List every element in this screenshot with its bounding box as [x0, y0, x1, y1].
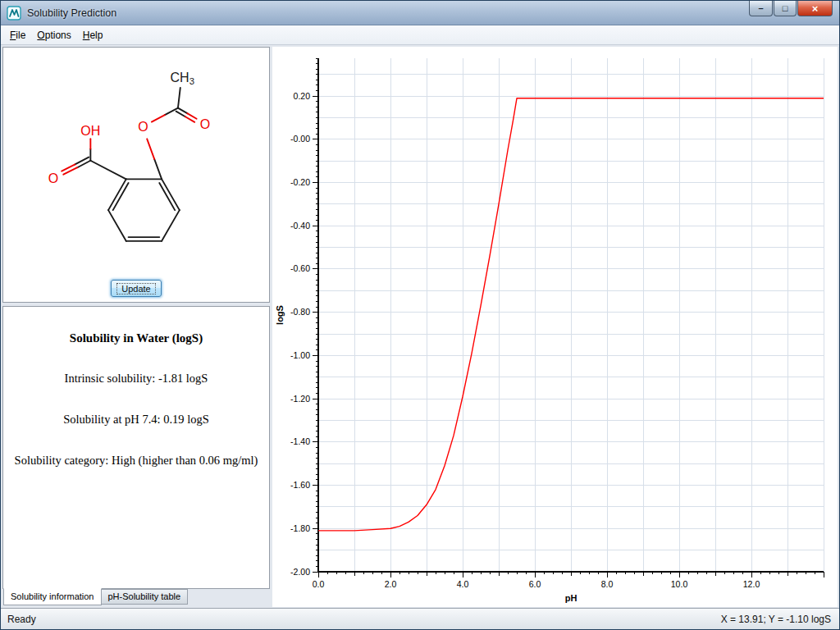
menubar: File Options Help	[1, 25, 839, 45]
update-button-label: Update	[117, 284, 154, 294]
svg-text:-0.20: -0.20	[290, 177, 310, 187]
svg-text:-1.20: -1.20	[290, 394, 310, 404]
svg-text:0.20: 0.20	[294, 91, 311, 101]
minimize-button[interactable]: –	[749, 1, 773, 16]
acetyl-oxygen-label: O	[200, 116, 210, 131]
svg-text:12.0: 12.0	[743, 579, 760, 589]
svg-text:-1.60: -1.60	[290, 480, 310, 490]
svg-text:-0.80: -0.80	[290, 307, 310, 317]
maximize-button[interactable]: □	[774, 1, 797, 16]
svg-text:0.0: 0.0	[313, 579, 325, 589]
minimize-icon: –	[758, 4, 763, 13]
status-bar: Ready X = 13.91; Y = -1.10 logS	[1, 608, 839, 629]
info-panel: Solubility in Water (logS) Intrinsic sol…	[2, 306, 270, 589]
close-button[interactable]: ×	[797, 1, 833, 16]
menu-options[interactable]: Options	[31, 27, 76, 43]
window-title: Solubility Prediction	[27, 7, 116, 19]
app-window: Solubility Prediction – □ × File Options…	[0, 0, 840, 630]
update-button[interactable]: Update	[111, 280, 162, 297]
info-line-solubility-ph74: Solubility at pH 7.4: 0.19 logS	[3, 413, 269, 427]
titlebar[interactable]: Solubility Prediction – □ ×	[1, 1, 839, 25]
info-line-solubility-category: Solubility category: High (higher than 0…	[3, 454, 269, 468]
svg-text:-0.60: -0.60	[290, 263, 310, 273]
app-icon-graphic	[7, 6, 21, 21]
svg-text:pH: pH	[565, 593, 578, 603]
tab-bar: Solubility information pH-Solubility tab…	[2, 589, 270, 607]
close-icon: ×	[812, 3, 819, 14]
svg-text:-1.40: -1.40	[290, 436, 310, 446]
svg-text:6.0: 6.0	[529, 579, 541, 589]
status-message: Ready	[7, 614, 36, 625]
app-icon[interactable]	[7, 6, 21, 21]
svg-text:4.0: 4.0	[457, 579, 469, 589]
svg-text:10.0: 10.0	[671, 579, 688, 589]
carbonyl-oxygen-label: O	[48, 171, 58, 185]
molecule-structure[interactable]: OH O O O CH3	[3, 48, 269, 280]
info-line-intrinsic-solubility: Intrinsic solubility: -1.81 logS	[3, 372, 269, 386]
content-area: OH O O O CH3 Update Solubility in Water …	[1, 45, 839, 608]
menu-file[interactable]: File	[4, 27, 31, 43]
menu-help[interactable]: Help	[77, 27, 109, 43]
info-title: Solubility in Water (logS)	[3, 331, 269, 345]
svg-text:-0.00: -0.00	[290, 134, 310, 144]
svg-text:logS: logS	[275, 305, 285, 325]
svg-text:-0.40: -0.40	[290, 221, 310, 231]
tab-ph-solubility-table[interactable]: pH-Solubility table	[102, 589, 189, 605]
molecule-bonds-carbon	[75, 88, 187, 241]
methyl-label: CH3	[171, 70, 194, 87]
cursor-coordinates: X = 13.91; Y = -1.10 logS	[721, 614, 831, 625]
maximize-icon: □	[783, 4, 788, 13]
structure-panel: OH O O O CH3 Update	[2, 47, 270, 303]
svg-text:-1.00: -1.00	[290, 350, 310, 360]
hydroxyl-label: OH	[80, 123, 100, 138]
menu-help-label: elp	[89, 30, 103, 41]
menu-options-accel: O	[37, 30, 44, 41]
svg-text:-1.80: -1.80	[290, 523, 310, 533]
window-controls: – □ ×	[748, 1, 833, 16]
svg-text:8.0: 8.0	[601, 579, 614, 589]
svg-text:-2.00: -2.00	[290, 567, 310, 577]
left-column: OH O O O CH3 Update Solubility in Water …	[2, 47, 270, 607]
tab-solubility-information[interactable]: Solubility information	[3, 588, 102, 605]
menu-options-label: ptions	[45, 30, 71, 41]
solubility-chart[interactable]: 0.02.04.06.08.010.012.00.20-0.00-0.20-0.…	[272, 47, 833, 606]
menu-file-label: ile	[16, 30, 25, 41]
svg-text:2.0: 2.0	[385, 579, 397, 589]
chart-panel: 0.02.04.06.08.010.012.00.20-0.00-0.20-0.…	[272, 47, 838, 607]
ester-oxygen-label: O	[138, 119, 148, 134]
